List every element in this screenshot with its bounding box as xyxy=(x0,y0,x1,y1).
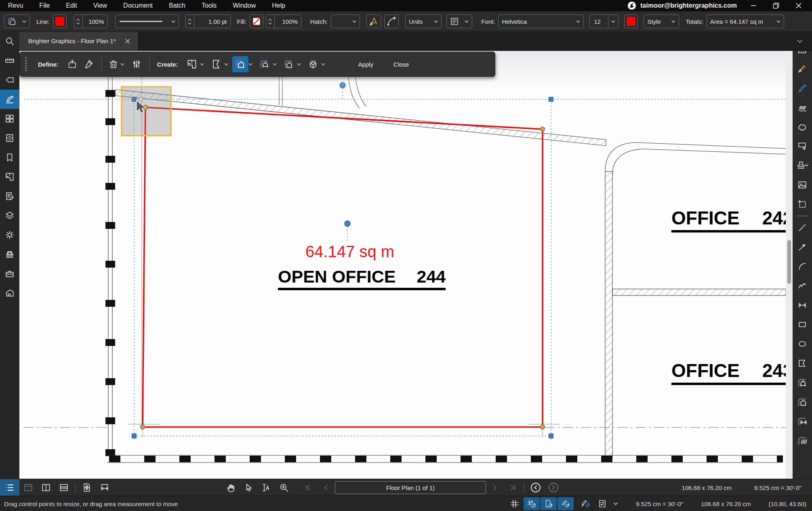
cloud-icon[interactable] xyxy=(793,117,812,136)
line-color-swatch[interactable] xyxy=(53,15,67,28)
totals-dropdown[interactable]: Area = 64.147 sq m xyxy=(707,15,784,28)
document-sync-icon[interactable] xyxy=(594,497,610,510)
create-polygon-chevron-icon[interactable] xyxy=(224,63,228,66)
arrow-icon[interactable] xyxy=(793,237,812,257)
split-vertical-icon[interactable] xyxy=(37,479,55,496)
calibrate-pen-icon[interactable] xyxy=(793,59,812,78)
arc-icon[interactable] xyxy=(793,257,812,276)
page-label-box[interactable]: Floor Plan (1 of 1) xyxy=(335,481,486,494)
length-measure-icon[interactable] xyxy=(793,412,812,431)
pan-hand-icon[interactable] xyxy=(222,479,240,496)
menu-batch[interactable]: Batch xyxy=(161,2,194,9)
thumbnails-icon[interactable] xyxy=(0,109,19,128)
markup-alignment-icon[interactable] xyxy=(577,497,593,510)
add-curve-button[interactable] xyxy=(384,15,399,28)
dimension-icon[interactable] xyxy=(793,295,812,315)
create-volume-chevron-icon[interactable] xyxy=(321,63,325,66)
callout-icon[interactable] xyxy=(793,136,812,156)
fill-color-swatch[interactable] xyxy=(250,15,263,28)
drawing-canvas[interactable]: 64.147 sq m OPEN OFFICE244 OFFICE242 OFF… xyxy=(19,50,793,479)
close-button[interactable]: Close xyxy=(387,56,415,72)
units-dropdown[interactable]: Units xyxy=(405,15,442,28)
ruler-icon[interactable] xyxy=(0,51,19,70)
highlighter-icon[interactable] xyxy=(793,98,812,117)
snap-to-markup-icon[interactable] xyxy=(557,497,574,510)
image-icon[interactable] xyxy=(793,175,812,195)
line-opacity-stepper[interactable]: 100% xyxy=(74,15,108,28)
define-area-icon[interactable] xyxy=(64,56,80,72)
spaces-icon[interactable] xyxy=(0,167,19,186)
create-volume-icon[interactable] xyxy=(305,56,321,72)
minimize-icon[interactable] xyxy=(747,1,759,10)
create-area-cutout-chevron-icon[interactable] xyxy=(297,63,301,66)
create-space-icon[interactable] xyxy=(184,56,200,72)
tab-close-icon[interactable] xyxy=(125,38,130,44)
bookmark-icon[interactable] xyxy=(0,148,19,167)
create-perimeter-chevron-icon[interactable] xyxy=(273,63,277,66)
single-pane-icon[interactable] xyxy=(19,479,37,496)
menu-view[interactable]: View xyxy=(85,2,115,9)
settings-gear-icon[interactable] xyxy=(0,225,19,245)
measure-pen-icon[interactable] xyxy=(0,90,19,109)
line-style-dropdown[interactable] xyxy=(115,15,179,28)
tag-icon[interactable] xyxy=(0,70,19,90)
filter-sliders-icon[interactable] xyxy=(128,56,145,72)
close-icon[interactable] xyxy=(793,1,805,10)
menu-help[interactable]: Help xyxy=(264,2,293,9)
studio-house-icon[interactable] xyxy=(0,283,19,303)
next-view-icon[interactable] xyxy=(545,479,562,496)
top-control-dot[interactable] xyxy=(340,82,345,88)
style-dropdown[interactable]: Style xyxy=(644,15,679,28)
font-family-dropdown[interactable]: Helvetica xyxy=(498,15,584,28)
polygon-icon[interactable] xyxy=(793,354,812,373)
perimeter-measure-icon[interactable] xyxy=(793,373,812,392)
previous-page-icon[interactable] xyxy=(317,479,335,496)
menu-window[interactable]: Window xyxy=(225,2,264,9)
markup-list-toggle-icon[interactable] xyxy=(0,479,19,496)
ellipse-icon[interactable] xyxy=(793,334,812,354)
split-horizontal-icon[interactable] xyxy=(55,479,73,496)
menu-document[interactable]: Document xyxy=(115,2,161,9)
magnifier-selection-box[interactable] xyxy=(122,87,171,136)
format-paint-icon[interactable] xyxy=(80,56,97,72)
fill-opacity-stepper[interactable]: 100% xyxy=(266,15,301,28)
layers-icon[interactable] xyxy=(0,206,19,225)
select-cursor-icon[interactable] xyxy=(240,479,257,496)
delete-icon[interactable] xyxy=(107,56,120,72)
vertical-scrollbar[interactable] xyxy=(786,50,793,479)
restore-icon[interactable] xyxy=(770,1,782,10)
scrollbar-thumb[interactable] xyxy=(787,240,791,284)
first-page-icon[interactable] xyxy=(299,479,317,496)
count-measure-icon[interactable] xyxy=(793,431,812,450)
center-control-dot[interactable] xyxy=(345,221,350,226)
zoom-icon[interactable] xyxy=(275,479,293,496)
sync-options-chevron-icon[interactable] xyxy=(613,502,618,505)
hatch-dropdown[interactable] xyxy=(331,15,360,28)
font-color-swatch[interactable] xyxy=(624,15,638,28)
tab-list-chevron-icon[interactable] xyxy=(797,39,803,43)
area-measurement-text[interactable]: 64.147 sq m xyxy=(281,243,419,261)
toolbar-grip-icon[interactable] xyxy=(25,57,32,71)
menu-edit[interactable]: Edit xyxy=(58,2,85,9)
snap-to-content-icon[interactable] xyxy=(541,497,557,510)
select-text-icon[interactable] xyxy=(257,479,275,496)
delete-chevron-icon[interactable] xyxy=(120,63,124,66)
menu-tools[interactable]: Tools xyxy=(194,2,225,9)
toolbox-icon[interactable] xyxy=(0,264,19,283)
create-perimeter-icon[interactable] xyxy=(257,56,273,72)
file-drawer-icon[interactable] xyxy=(0,128,19,148)
previous-view-icon[interactable] xyxy=(527,479,545,496)
polyline-icon[interactable] xyxy=(793,276,812,295)
fit-width-icon[interactable] xyxy=(96,479,114,496)
print-stack-icon[interactable] xyxy=(0,245,19,264)
apply-button[interactable]: Apply xyxy=(352,56,380,72)
menu-file[interactable]: File xyxy=(31,2,58,9)
search-icon[interactable] xyxy=(0,31,19,51)
create-polygon-icon[interactable] xyxy=(208,56,224,72)
menu-revu[interactable]: Revu xyxy=(0,2,31,9)
line-width-stepper[interactable]: 1.00 pt xyxy=(185,15,231,28)
tool-preset-dropdown[interactable] xyxy=(4,15,30,28)
create-area-chevron-icon[interactable] xyxy=(248,63,252,66)
line-icon[interactable] xyxy=(793,218,812,237)
account-button[interactable]: taimoor@brightergraphics.com xyxy=(627,1,737,10)
